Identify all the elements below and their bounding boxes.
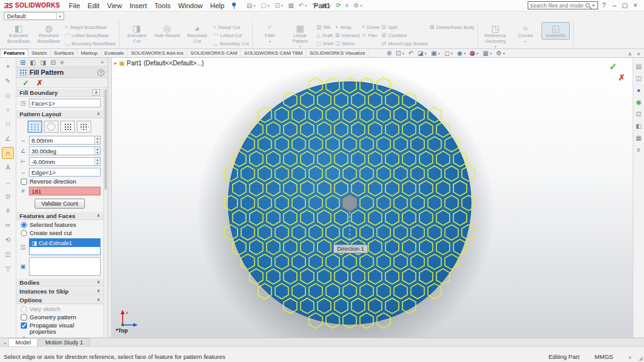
zoom-to-fit-icon[interactable]: ⊕ — [387, 50, 392, 57]
left-toolbar-icon-11[interactable]: # — [2, 205, 14, 217]
tab-cam-tree-icon[interactable]: ≡ — [60, 59, 64, 66]
geometry-pattern-input[interactable] — [21, 314, 27, 321]
margin-input[interactable]: -6.00mm ▲▼ — [29, 157, 101, 166]
tab-solidworks-cam[interactable]: SOLIDWORKS CAM — [187, 49, 241, 57]
margin-spinner[interactable]: ▲▼ — [94, 158, 100, 165]
view-settings-icon[interactable]: ⚙▼ — [496, 50, 506, 57]
units-dropdown-icon[interactable]: ∨ — [628, 355, 631, 360]
left-toolbar-icon-6[interactable]: ∠ — [2, 133, 14, 145]
fillet-dropdown-icon[interactable]: ▼ — [269, 39, 272, 45]
tab-solidworks-visualize[interactable]: SOLIDWORKS Visualize — [306, 49, 369, 57]
propagate-visual-input[interactable] — [21, 322, 27, 329]
left-toolbar-icon-9[interactable]: ↔ — [2, 176, 14, 188]
menu-edit[interactable]: Edit — [84, 2, 103, 9]
tab-features[interactable]: Features — [0, 49, 28, 57]
undo-button[interactable]: ↶▼ — [297, 2, 309, 9]
section-instances-to-skip[interactable]: Instances to Skip ∨ — [16, 287, 103, 295]
instance-spacing-spinner[interactable]: ▲▼ — [94, 136, 100, 144]
pm-scrollbar[interactable] — [103, 88, 108, 337]
full-preview-radio[interactable]: Full preview — [19, 337, 101, 337]
tab-sketch[interactable]: Sketch — [28, 49, 50, 57]
menu-window[interactable]: Window — [174, 2, 206, 9]
flex-button[interactable]: ∿Flex — [362, 31, 379, 39]
tab-solidworks-addins[interactable]: SOLIDWORKS Add-Ins — [128, 49, 187, 57]
selected-features-input[interactable] — [21, 222, 27, 228]
boundary-boss-button[interactable]: ◡Boundary Boss/Base — [65, 40, 116, 47]
rib-button[interactable]: ▥Rib — [316, 23, 333, 31]
options-button[interactable]: ⚙▼ — [352, 2, 364, 9]
combine-button[interactable]: ⊞Combine — [382, 31, 428, 39]
curves-dropdown-icon[interactable]: ▼ — [524, 39, 527, 45]
left-toolbar-icon-3[interactable]: ◇ — [2, 89, 14, 101]
menu-insert[interactable]: Insert — [126, 2, 151, 9]
resize-grip-icon[interactable] — [638, 356, 643, 361]
intersect-button[interactable]: ⊠Intersect — [335, 31, 360, 39]
pattern-layout-chevron-icon[interactable]: ∧ — [97, 111, 100, 116]
bodies-chevron-icon[interactable]: ∨ — [97, 280, 100, 285]
right-toolbar-icon-8[interactable]: ≡ — [637, 146, 641, 153]
right-toolbar-scene-icon[interactable]: ◉ — [636, 99, 641, 106]
circular-layout-button[interactable] — [44, 121, 58, 133]
stagger-angle-spinner[interactable]: ▲▼ — [94, 147, 100, 155]
left-toolbar-icon-2[interactable]: ✎ — [2, 75, 14, 87]
stagger-angle-input[interactable]: 30.00deg ▲▼ — [29, 146, 101, 155]
zoom-to-area-icon[interactable]: ⊡▼ — [396, 50, 404, 57]
dome-button[interactable]: ◓Dome — [362, 23, 379, 31]
menu-tools[interactable]: Tools — [150, 2, 174, 9]
square-layout-button[interactable] — [60, 121, 75, 133]
tree-root-label[interactable]: Part1 (Default<<Default>...) — [126, 60, 204, 67]
tab-model[interactable]: Model — [8, 338, 38, 346]
display-style-icon[interactable]: ◻▼ — [445, 50, 453, 57]
lofted-cut-button[interactable]: ◠Lofted Cut — [213, 31, 249, 39]
open-document-button[interactable]: ▢▼ — [259, 2, 271, 9]
swept-boss-button[interactable]: ≈Swept Boss/Base — [65, 23, 116, 31]
right-toolbar-appearance-icon[interactable]: ● — [636, 87, 640, 94]
minimize-button[interactable]: – — [613, 2, 616, 9]
boundary-cut-button[interactable]: ◡Boundary Cut — [213, 40, 249, 47]
right-toolbar-icon-1[interactable]: ▤ — [636, 63, 641, 70]
polygon-layout-button[interactable] — [77, 121, 91, 133]
vary-sketch-checkbox[interactable]: Vary sketch — [19, 306, 101, 312]
left-toolbar-icon-8[interactable]: A — [2, 162, 14, 173]
shell-button[interactable]: ◻Shell — [316, 40, 333, 47]
draft-button[interactable]: △Draft — [316, 31, 333, 39]
rebuild-button[interactable]: ⟳ — [335, 2, 342, 9]
restore-button[interactable]: ▢ — [622, 2, 628, 9]
reference-geometry-button[interactable]: ◳ Reference Geometry ▼ — [481, 22, 509, 50]
options-chevron-icon[interactable]: ∧ — [97, 297, 100, 302]
search-box[interactable]: ▼ — [528, 1, 598, 9]
right-toolbar-icon-7[interactable]: ▦ — [636, 134, 641, 141]
apply-scene-icon[interactable]: ▦▼ — [482, 50, 492, 57]
edit-appearance-icon[interactable]: ▼ — [470, 51, 479, 56]
tree-expand-icon[interactable]: ▸ — [114, 60, 117, 66]
geometry-pattern-checkbox[interactable]: Geometry pattern — [19, 314, 101, 321]
section-options[interactable]: Options ∧ — [16, 295, 103, 304]
right-toolbar-icon-2[interactable]: ◫ — [636, 75, 641, 82]
selected-features-radio[interactable]: Selected features — [19, 222, 101, 228]
validate-count-button[interactable]: Validate Count — [35, 199, 85, 209]
pm-help-icon[interactable]: ? — [97, 69, 104, 76]
close-button[interactable]: × — [633, 2, 637, 9]
mirror-button[interactable]: ◫Mirror — [335, 40, 360, 47]
features-to-pattern-list[interactable]: ◨ Cut-Extrude1 — [29, 238, 101, 255]
tab-surfaces[interactable]: Surfaces — [51, 49, 78, 57]
left-toolbar-icon-10[interactable]: ⊙ — [2, 190, 14, 202]
pin-menu-icon[interactable] — [231, 3, 237, 8]
right-toolbar-icon-6[interactable]: ◧ — [636, 123, 641, 129]
full-preview-input[interactable] — [21, 337, 27, 337]
right-toolbar-icon-5[interactable]: ⊡ — [636, 111, 641, 118]
view-orientation-icon[interactable]: ▣▼ — [431, 50, 440, 57]
feature-tree-flyout[interactable]: ▸ ▣ Part1 (Default<<Default>...) — [114, 60, 204, 67]
delete-keep-body-button[interactable]: ⊠Delete/Keep Body — [430, 23, 474, 31]
curves-button[interactable]: ≈ Curves ▼ — [511, 22, 540, 45]
file-properties-button[interactable]: ≡ — [344, 2, 350, 9]
extruded-cut-button[interactable]: ◨ Extruded Cut — [123, 22, 151, 45]
help-icon[interactable]: ? — [602, 2, 606, 9]
tab-motion-study-1[interactable]: Motion Study 1 — [38, 338, 90, 346]
linear-pattern-button[interactable]: ▦ Linear Pattern ▼ — [286, 22, 314, 50]
propagate-visual-properties-checkbox[interactable]: Propagate visual properties — [19, 322, 101, 335]
faces-to-pattern-list[interactable] — [29, 257, 101, 276]
feature-list-item-selected[interactable]: ◨ Cut-Extrude1 — [30, 239, 100, 247]
fill-boundary-selection[interactable]: Face<1> — [29, 99, 101, 107]
pm-cancel-button[interactable]: ✗ — [36, 79, 43, 87]
